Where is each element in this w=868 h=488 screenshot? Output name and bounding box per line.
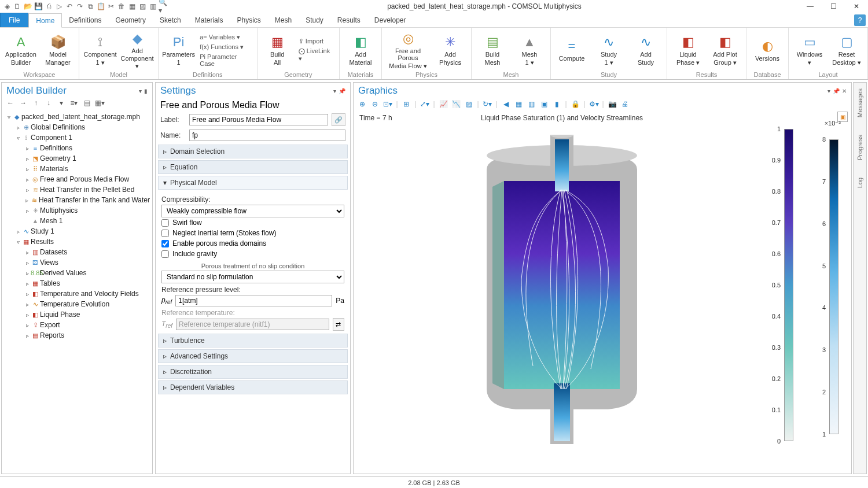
tab-mesh[interactable]: Mesh <box>268 13 299 27</box>
run-icon[interactable]: ▷ <box>54 2 64 11</box>
tree-toggle-icon[interactable]: ▹ <box>24 156 31 162</box>
gfx-tool-24[interactable]: 📷 <box>607 99 617 109</box>
tree-toggle-icon[interactable]: ▿ <box>5 114 12 120</box>
tree-node[interactable]: ▹≋Heat Transfer in the Tank and Water <box>2 195 152 205</box>
add-component[interactable]: ◆AddComponent ▾ <box>120 30 155 71</box>
tree-node[interactable]: ▹≋Heat Transfer in the Pellet Bed <box>2 184 152 195</box>
tree-toggle-icon[interactable]: ▹ <box>24 280 31 287</box>
gfx-tool-9[interactable]: 📉 <box>451 99 461 109</box>
gfx-tool-0[interactable]: ⊕ <box>357 99 367 109</box>
ribbon-stack-item[interactable]: ⨀ LiveLink ▾ <box>296 47 336 63</box>
reset-desktop[interactable]: ▢ResetDesktop ▾ <box>829 30 864 71</box>
tree-toggle-icon[interactable]: ▹ <box>14 228 21 235</box>
application-builder[interactable]: AApplicationBuilder <box>3 30 38 71</box>
open-icon[interactable]: 📂 <box>23 2 32 11</box>
tree-toggle-icon[interactable]: ▿ <box>14 239 21 245</box>
gfx-tool-15[interactable]: ▦ <box>513 99 524 109</box>
gfx-tool-8[interactable]: 📈 <box>438 99 448 109</box>
tree-toggle-icon[interactable]: ▹ <box>24 291 31 297</box>
minimize-icon[interactable]: — <box>799 0 822 13</box>
mb-tool-2[interactable]: ↑ <box>31 98 41 108</box>
maximize-icon[interactable]: ☐ <box>822 0 845 13</box>
tree-node[interactable]: ▹⇪Export <box>2 320 152 330</box>
swirl-checkbox[interactable] <box>161 219 169 227</box>
layout3-icon[interactable]: ▥ <box>148 2 157 11</box>
mb-tool-3[interactable]: ↓ <box>43 98 54 108</box>
gfx-tool-1[interactable]: ⊖ <box>370 99 380 109</box>
tree-node[interactable]: ▹⬔Geometry 1 <box>2 153 152 164</box>
add-study[interactable]: ∿AddStudy <box>628 30 663 71</box>
tree-toggle-icon[interactable]: ▹ <box>24 249 31 256</box>
ribbon-stack-item[interactable]: Pi Parameter Case <box>197 53 253 68</box>
gravity-checkbox[interactable] <box>161 250 169 258</box>
dock-log[interactable]: Log <box>856 178 863 188</box>
tab-home[interactable]: Home <box>28 13 62 28</box>
tree-node[interactable]: ▹⊕Global Definitions <box>2 122 152 132</box>
tree-toggle-icon[interactable]: ▹ <box>24 208 31 214</box>
gfx-tool-14[interactable]: ◀ <box>501 99 511 109</box>
tree-node[interactable]: ▹∿Temperature Evolution <box>2 299 152 309</box>
copy-icon[interactable]: ⧉ <box>86 2 95 11</box>
section-domain-selection[interactable]: ▹Domain Selection <box>158 145 348 158</box>
build-all[interactable]: ▦BuildAll <box>261 30 294 71</box>
windows[interactable]: ▭Windows▾ <box>792 30 827 71</box>
help-icon[interactable]: ? <box>854 14 866 26</box>
ribbon-stack-item[interactable]: a= Variables ▾ <box>197 33 253 42</box>
add-plot-group[interactable]: ◧Add PlotGroup ▾ <box>708 30 742 71</box>
parameters[interactable]: PiParameters1 <box>162 30 195 71</box>
label-input[interactable] <box>189 114 328 125</box>
section-physical-model[interactable]: ▾Physical Model <box>158 176 348 190</box>
graphics-options-icon[interactable]: ▣ <box>837 112 848 122</box>
file-menu[interactable]: File <box>0 13 28 27</box>
pin-icon[interactable]: ▮ <box>144 88 148 94</box>
tree-toggle-icon[interactable]: ▹ <box>24 187 31 193</box>
tree-node[interactable]: ▲Mesh 1 <box>2 216 152 226</box>
new-icon[interactable]: 🗋 <box>13 2 22 11</box>
free-porous[interactable]: ◎Free and PorousMedia Flow ▾ <box>385 30 431 71</box>
chevron-down-icon[interactable]: ▾ <box>827 88 830 94</box>
tab-materials[interactable]: Materials <box>188 13 230 27</box>
model-manager[interactable]: 📦ModelManager <box>41 30 75 71</box>
layout2-icon[interactable]: ▨ <box>138 2 147 11</box>
gfx-tool-2[interactable]: ⊡▾ <box>382 99 393 109</box>
tree-node[interactable]: ▹▥Datasets <box>2 247 152 257</box>
enable-porous-checkbox[interactable] <box>161 240 169 247</box>
mb-tool-6[interactable]: ▤ <box>82 98 92 108</box>
mb-tool-1[interactable]: → <box>18 98 28 108</box>
tab-results[interactable]: Results <box>330 13 367 27</box>
tree-toggle-icon[interactable]: ▿ <box>14 135 21 141</box>
layout1-icon[interactable]: ▦ <box>127 2 137 11</box>
section-turbulence[interactable]: ▹Turbulence <box>158 334 348 347</box>
redo-icon[interactable]: ↷ <box>75 2 84 11</box>
versions[interactable]: ◐Versions <box>750 30 785 71</box>
gfx-tool-16[interactable]: ▥ <box>526 99 536 109</box>
mesh-1[interactable]: ▲Mesh1 ▾ <box>512 30 547 71</box>
tree-toggle-icon[interactable]: ▹ <box>24 176 31 183</box>
slip-select[interactable]: Standard no slip formulation <box>161 271 344 283</box>
tree-node[interactable]: ▹≡Definitions <box>2 143 152 153</box>
tree-node[interactable]: ▹▦Tables <box>2 278 152 289</box>
dock-progress[interactable]: Progress <box>856 135 863 160</box>
gfx-tool-6[interactable]: ⤢▾ <box>420 99 430 109</box>
tree-toggle-icon[interactable]: ▹ <box>24 322 31 328</box>
delete-icon[interactable]: 🗑 <box>117 2 126 11</box>
component[interactable]: ⟟Component1 ▾ <box>83 30 117 71</box>
name-input[interactable] <box>189 130 345 141</box>
search-icon[interactable]: 🔍▾ <box>159 2 168 11</box>
close-icon[interactable]: ✕ <box>845 0 868 13</box>
tree-toggle-icon[interactable]: ▹ <box>24 145 31 151</box>
add-material[interactable]: ◧AddMaterial <box>343 30 378 71</box>
mb-tool-5[interactable]: ≡▾ <box>69 98 79 108</box>
gfx-tool-4[interactable]: ⊞ <box>401 99 411 109</box>
pref-input[interactable] <box>175 295 332 306</box>
label-link-icon[interactable]: 🔗 <box>332 113 345 126</box>
gfx-tool-20[interactable]: 🔒 <box>570 99 580 109</box>
gfx-tool-10[interactable]: ▨ <box>464 99 474 109</box>
tree-node[interactable]: ▹◧Temperature and Velocity Fields <box>2 289 152 299</box>
tref-link-icon[interactable]: ⇄ <box>333 318 344 331</box>
neglect-checkbox[interactable] <box>161 230 169 237</box>
tree-toggle-icon[interactable]: ▹ <box>24 301 31 308</box>
model-tree[interactable]: ▿◆packed_bed_latent_heat_storage.mph▹⊕Gl… <box>2 110 152 474</box>
tree-node[interactable]: ▹✳Multiphysics <box>2 205 152 216</box>
tree-node[interactable]: ▹⚄Views <box>2 257 152 268</box>
